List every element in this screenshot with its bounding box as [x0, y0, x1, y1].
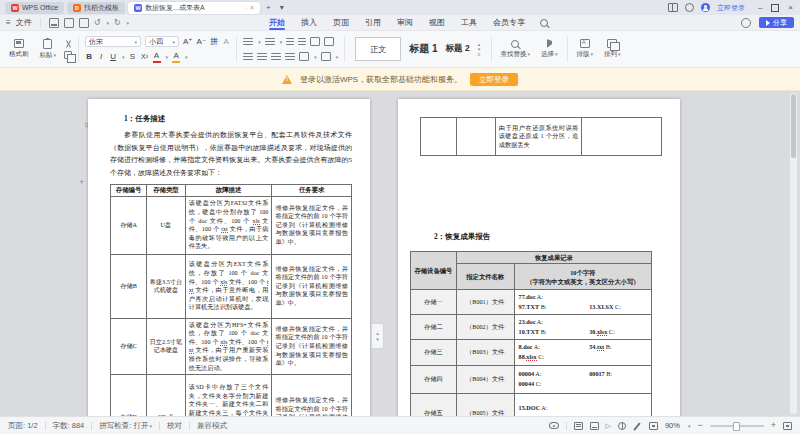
- zoom-in-button[interactable]: +: [771, 421, 776, 430]
- heading-results[interactable]: 2：恢复成果报告: [420, 232, 662, 242]
- paragraph-mark-icon[interactable]: [310, 37, 320, 46]
- file-name-cell[interactable]: （B004）文件: [456, 365, 514, 393]
- tab-list-arrow-icon[interactable]: ▾: [277, 3, 287, 12]
- recovered-chars-cell[interactable]: 8.doc A:54.txt B:88.xlsx C:: [514, 340, 651, 365]
- increase-font-button[interactable]: A⁺: [183, 37, 193, 47]
- split-view-icon[interactable]: [668, 3, 678, 12]
- italic-button[interactable]: I: [97, 52, 105, 62]
- fullscreen-icon[interactable]: [783, 422, 792, 430]
- style-normal[interactable]: 正文: [355, 37, 401, 61]
- share-button[interactable]: 分享: [759, 17, 794, 28]
- hamburger-icon[interactable]: ≡: [6, 18, 11, 27]
- continuation-table[interactable]: 由于用户在还原系统时误将该硬盘还原成 1 个分区，造成数据丢失: [420, 117, 662, 156]
- underline-button[interactable]: U: [109, 52, 117, 62]
- device-cell[interactable]: 存储四: [411, 365, 457, 393]
- table-add-handle-icon[interactable]: +: [79, 177, 84, 187]
- document-canvas[interactable]: ⠿ + 1：任务描述 参赛队使用大赛执委会提供的数据恢复平台、配套工具软件及技术…: [0, 91, 800, 416]
- recovered-chars-cell[interactable]: 77.doc A:97.TXT B:13.XLSX C:: [514, 290, 651, 315]
- fault-cell[interactable]: 该SD卡中存放了三个文件夹，文件夹名字分别为新建文件夹一、新建文件夹二和新建文件…: [185, 375, 272, 416]
- task-table[interactable]: 存储编号存储类型故障描述任务要求存储AU盘该硬盘分区为FAT32文件系统，硬盘中…: [110, 184, 352, 416]
- print-icon[interactable]: [64, 18, 74, 28]
- scrollbar-thumb[interactable]: [791, 94, 796, 158]
- result-table[interactable]: 存储设备编号恢复成果记录指定文件名称10个字符（字符为中文或英文，英文区分大小写…: [410, 251, 652, 416]
- page-view-icon[interactable]: [574, 422, 583, 430]
- file-menu[interactable]: 文件: [16, 17, 32, 28]
- style-heading2[interactable]: 标题 2: [446, 43, 470, 55]
- recovered-chars-cell[interactable]: 23.doc A:10.TXT B:30.xlsx C:: [514, 315, 651, 340]
- storage-id-cell[interactable]: 存储D: [111, 375, 147, 416]
- caret-down-icon[interactable]: ▾: [166, 54, 169, 60]
- feedback-icon[interactable]: [741, 18, 751, 28]
- menu-item-4[interactable]: 引用: [358, 15, 388, 30]
- shading-icon[interactable]: [299, 52, 309, 61]
- file-name-cell[interactable]: （B001）文件: [456, 290, 514, 315]
- zoom-slider-thumb[interactable]: [733, 422, 740, 431]
- task-cell[interactable]: 维修并恢复指定文件，并将指定文件的前 10 个字符记录到《计算机检测维修与数据恢…: [272, 196, 352, 254]
- tab-docer-templates[interactable]: D 找稻壳模板: [67, 2, 125, 14]
- undo-icon[interactable]: ↺: [94, 19, 101, 27]
- search-icon[interactable]: [540, 19, 548, 27]
- device-cell[interactable]: 存储二: [411, 315, 457, 340]
- decrease-indent-icon[interactable]: [286, 38, 294, 45]
- align-right-icon[interactable]: [271, 53, 281, 60]
- copy-icon[interactable]: [64, 51, 72, 59]
- close-button[interactable]: ×: [788, 3, 793, 12]
- save-icon[interactable]: [49, 18, 59, 28]
- recovered-chars-cell[interactable]: 15.DOC A:21.TXT B:79.xlsx C:: [514, 393, 651, 416]
- fault-cell[interactable]: 该硬盘分区为FAT32文件系统，硬盘中分别存放了 100 个 doc 文件、10…: [185, 196, 272, 254]
- status-item-3[interactable]: 拼写检查: 打开▾: [99, 421, 152, 431]
- tab-wps-home[interactable]: W WPS Office: [5, 2, 64, 14]
- status-item-4[interactable]: 校对: [167, 421, 182, 431]
- file-name-cell[interactable]: （B002）文件: [456, 315, 514, 340]
- zoom-out-button[interactable]: −: [697, 421, 702, 430]
- caret-down-icon[interactable]: ▾: [185, 54, 188, 60]
- storage-type-cell[interactable]: SD 卡: [147, 375, 186, 416]
- bold-button[interactable]: B: [85, 52, 93, 62]
- device-cell[interactable]: 存储一: [411, 290, 457, 315]
- empty-cell[interactable]: [457, 118, 496, 156]
- bullet-list-icon[interactable]: [243, 38, 253, 45]
- vertical-scrollbar[interactable]: [790, 93, 797, 414]
- page-down-icon[interactable]: ▾: [376, 336, 379, 342]
- zoom-slider[interactable]: [710, 425, 764, 427]
- menu-item-5[interactable]: 审阅: [390, 15, 420, 30]
- print-preview-icon[interactable]: [79, 18, 89, 28]
- menu-item-8[interactable]: 会员专享: [486, 15, 532, 30]
- align-left-icon[interactable]: [243, 53, 253, 60]
- file-name-cell[interactable]: （B003）文件: [456, 340, 514, 365]
- pinyin-guide-button[interactable]: 拼: [210, 37, 218, 47]
- highlight-color-button[interactable]: A: [172, 51, 180, 63]
- gallery-menu-icon[interactable]: ≡: [478, 52, 481, 57]
- storage-type-cell[interactable]: U盘: [147, 196, 186, 254]
- strikethrough-button[interactable]: S: [129, 52, 137, 62]
- tab-document[interactable]: W 数据恢复...成果表A ◦ ×: [128, 2, 260, 14]
- task-cell[interactable]: 维修并恢复指定文件，并将指定文件的前 10 个字符记录到《计算机检测维修与数据恢…: [272, 254, 352, 318]
- device-cell[interactable]: 存储五: [411, 393, 457, 416]
- select-button[interactable]: 选择▾: [538, 39, 561, 59]
- style-heading1[interactable]: 标题 1: [409, 42, 437, 56]
- skin-settings-icon[interactable]: [685, 3, 694, 12]
- tab-close-icon[interactable]: ×: [250, 4, 254, 11]
- login-now-button[interactable]: 立即登录: [470, 73, 518, 86]
- file-name-cell[interactable]: （B005）文件: [456, 393, 514, 416]
- zoom-level-value[interactable]: 90%: [665, 421, 680, 430]
- fault-cell[interactable]: 该硬盘分区为HFS+文件系统，存放了 100 个 doc 文件、100 个 xl…: [185, 318, 272, 375]
- storage-id-cell[interactable]: 存储A: [111, 196, 147, 254]
- clear-format-button[interactable]: A: [222, 37, 230, 47]
- new-tab-button[interactable]: +: [263, 3, 274, 12]
- text-typeset-button[interactable]: 排版▾: [574, 39, 597, 59]
- caret-down-icon[interactable]: ▾: [280, 39, 283, 45]
- numbered-list-icon[interactable]: [265, 38, 275, 45]
- cut-icon[interactable]: [64, 40, 72, 48]
- menu-item-2[interactable]: 插入: [294, 15, 324, 30]
- read-mode-icon[interactable]: ▷: [606, 422, 611, 430]
- status-item-1[interactable]: 页面: 1/2: [8, 421, 38, 431]
- line-spacing-icon[interactable]: [324, 37, 334, 46]
- web-view-icon[interactable]: [590, 422, 599, 430]
- empty-cell[interactable]: [582, 118, 662, 156]
- empty-cell[interactable]: [421, 118, 457, 156]
- caret-down-icon[interactable]: ▾: [336, 54, 339, 60]
- storage-type-cell[interactable]: 日立2.5寸笔记本硬盘: [147, 318, 186, 375]
- styles-scroll-arrows[interactable]: ▴▾≡: [478, 42, 481, 57]
- page-nav-widget[interactable]: ▴▾: [371, 323, 384, 349]
